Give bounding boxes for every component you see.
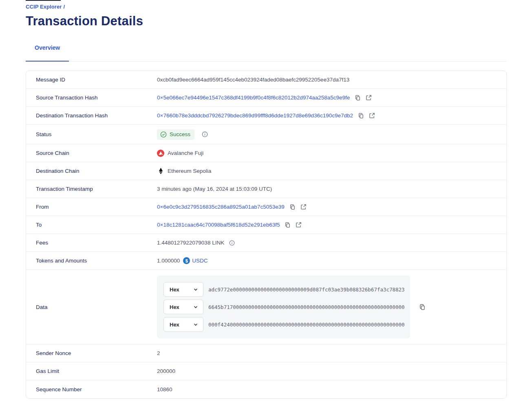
external-link-icon: [366, 95, 372, 101]
chevron-down-icon: [193, 304, 198, 309]
row-message-id: Message ID 0xcb0fad9eec6664ad959f145cc4e…: [26, 71, 506, 89]
row-source-tx-hash: Source Transaction Hash 0×5e066ec7e94496…: [26, 89, 506, 107]
row-destination-chain: Destination Chain Ethereum Sepolia: [26, 162, 506, 180]
data-line: Hex 6645b7170000000000000000000000000000…: [163, 300, 404, 314]
external-link-icon: [296, 222, 302, 228]
data-hex-value: adc9772e0000000000000000000000009d087fc0…: [208, 287, 405, 293]
destination-chain-label: Destination Chain: [36, 168, 157, 174]
data-format-select-value: Hex: [170, 322, 179, 328]
data-format-select[interactable]: Hex: [163, 300, 203, 314]
from-address-link[interactable]: 0×6e0c9c3d279516835c286a8925a01ab7c5053e…: [157, 204, 285, 210]
sender-nonce-label: Sender Nonce: [36, 350, 157, 356]
check-circle-icon: [160, 131, 167, 138]
tab-bar: Overview: [26, 44, 507, 62]
row-sender-nonce: Sender Nonce 2: [26, 344, 506, 362]
destination-tx-copy-button[interactable]: [358, 112, 364, 119]
data-line: Hex adc9772e0000000000000000000000009d08…: [163, 282, 404, 297]
from-external-link-button[interactable]: [300, 204, 307, 210]
info-icon: [229, 240, 235, 246]
data-copy-button[interactable]: [419, 304, 426, 310]
tab-overview[interactable]: Overview: [26, 44, 69, 62]
destination-tx-hash-label: Destination Transaction Hash: [36, 112, 157, 119]
transaction-timestamp-value: 3 minutes ago (May 16, 2024 at 15:03:09 …: [157, 186, 272, 192]
source-tx-copy-button[interactable]: [355, 95, 361, 101]
row-to: To 0×18c1281caac64c70098baf5f618d52e291e…: [26, 216, 506, 234]
breadcrumb-ccip-explorer-link[interactable]: CCIP Explorer: [26, 4, 62, 10]
data-format-select-value: Hex: [170, 304, 179, 310]
chevron-down-icon: [193, 322, 198, 327]
data-format-select-value: Hex: [170, 287, 179, 293]
breadcrumb: CCIP Explorer/: [26, 4, 507, 10]
copy-icon: [358, 112, 364, 119]
message-id-value: 0xcb0fad9eec6664ad959f145cc4eb023924fade…: [157, 77, 349, 83]
data-hex-box: Hex adc9772e0000000000000000000000009d08…: [157, 276, 410, 338]
row-sequence-number: Sequence Number 10860: [26, 380, 506, 398]
fees-label: Fees: [36, 240, 157, 246]
external-link-icon: [300, 204, 307, 210]
to-copy-button[interactable]: [285, 222, 291, 228]
copy-icon: [355, 95, 361, 101]
to-address-link[interactable]: 0×18c1281caac64c70098baf5f618d52e291eb63…: [157, 222, 280, 228]
cropped-nav-fragment: [26, 0, 61, 1]
gas-limit-label: Gas Limit: [36, 368, 157, 374]
sender-nonce-value: 2: [157, 350, 160, 356]
tokens-and-amounts-label: Tokens and Amounts: [36, 258, 157, 264]
row-source-chain: Source Chain Avalanche Fuji: [26, 144, 506, 162]
external-link-icon: [369, 112, 375, 119]
status-label: Status: [36, 131, 157, 137]
token-amount-value: 1.000000: [157, 258, 180, 264]
data-format-select[interactable]: Hex: [163, 317, 203, 332]
destination-tx-external-link-button[interactable]: [369, 112, 375, 119]
copy-icon: [289, 204, 296, 210]
chevron-down-icon: [193, 287, 198, 292]
to-label: To: [36, 222, 157, 228]
transaction-timestamp-label: Transaction Timestamp: [36, 186, 157, 192]
source-tx-hash-link[interactable]: 0×5e066ec7e94496e1547c368df4199b9f0c4f8f…: [157, 95, 350, 101]
row-status: Status Success: [26, 125, 506, 144]
copy-icon: [285, 222, 291, 228]
row-fees: Fees 1.4480127922079038 LINK: [26, 234, 506, 252]
status-badge: Success: [157, 129, 194, 140]
transaction-details-card: Message ID 0xcb0fad9eec6664ad959f145cc4e…: [26, 71, 507, 399]
row-gas-limit: Gas Limit 200000: [26, 362, 506, 380]
fees-value: 1.4480127922079038 LINK: [157, 240, 224, 246]
data-hex-value: 000f424000000000000000000000000000000000…: [208, 322, 405, 328]
usdc-token-link[interactable]: USDC: [192, 258, 208, 264]
source-chain-value: Avalanche Fuji: [168, 150, 203, 156]
data-format-select[interactable]: Hex: [163, 282, 203, 297]
source-tx-hash-label: Source Transaction Hash: [36, 95, 157, 101]
status-info-button[interactable]: [202, 131, 208, 137]
row-data: Data Hex adc9772e00000000000000000000000…: [26, 270, 506, 344]
usdc-icon: $: [183, 257, 190, 264]
from-label: From: [36, 204, 157, 210]
row-transaction-timestamp: Transaction Timestamp 3 minutes ago (May…: [26, 180, 506, 198]
to-external-link-button[interactable]: [296, 222, 302, 228]
info-icon: [202, 131, 208, 137]
breadcrumb-separator: /: [63, 4, 65, 10]
row-tokens-and-amounts: Tokens and Amounts 1.000000 $ USDC: [26, 252, 506, 270]
data-line: Hex 000f42400000000000000000000000000000…: [163, 317, 404, 332]
destination-tx-hash-link[interactable]: 0×7660b78e3dddcbd7926279bdec869d99fff8d6…: [157, 112, 353, 119]
from-copy-button[interactable]: [289, 204, 296, 210]
data-hex-value: 6645b71700000000000000000000000000000000…: [208, 304, 405, 310]
status-badge-text: Success: [170, 131, 190, 137]
sequence-number-value: 10860: [157, 386, 172, 393]
ethereum-icon: [157, 168, 164, 175]
page-title: Transaction Details: [26, 13, 507, 29]
source-tx-external-link-button[interactable]: [366, 95, 372, 101]
copy-icon: [419, 304, 426, 310]
transaction-details-page: CCIP Explorer/ Transaction Details Overv…: [0, 0, 532, 407]
message-id-label: Message ID: [36, 77, 157, 83]
sequence-number-label: Sequence Number: [36, 386, 157, 393]
row-from: From 0×6e0c9c3d279516835c286a8925a01ab7c…: [26, 198, 506, 216]
row-destination-tx-hash: Destination Transaction Hash 0×7660b78e3…: [26, 107, 506, 125]
destination-chain-value: Ethereum Sepolia: [168, 168, 211, 174]
data-label: Data: [36, 304, 157, 310]
source-chain-label: Source Chain: [36, 150, 157, 156]
gas-limit-value: 200000: [157, 368, 175, 374]
fees-info-button[interactable]: [229, 240, 235, 246]
avalanche-icon: [157, 150, 164, 157]
